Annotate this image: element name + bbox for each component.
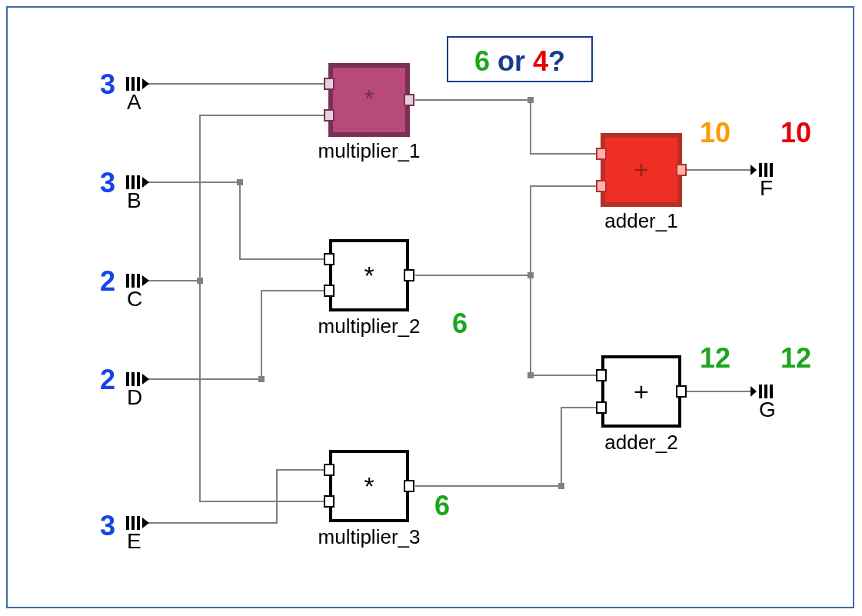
- junction-m1out: [528, 97, 534, 103]
- wire-mult1-add1: [415, 100, 600, 154]
- terminal-F: [751, 163, 771, 177]
- question-opt1: 6: [474, 45, 490, 77]
- terminal-E: [128, 516, 149, 530]
- label-multiplier-1: multiplier_1: [318, 139, 421, 162]
- output-G-expected: 12: [780, 342, 811, 374]
- wire-m2-add1: [531, 186, 600, 275]
- diagram-frame: * multiplier_1 * multiplier_2 * multipli…: [6, 6, 854, 608]
- question-opt2: 4: [533, 45, 548, 77]
- terminal-C: [128, 274, 149, 288]
- output-F-actual: 10: [700, 117, 731, 148]
- svg-rect-33: [324, 254, 334, 265]
- output-F-expected: 10: [780, 117, 811, 148]
- input-C-value: 2: [100, 265, 115, 297]
- junction-m2down: [528, 372, 534, 378]
- block-multiplier-3: *: [324, 451, 414, 521]
- terminal-B: [128, 175, 149, 189]
- svg-rect-43: [677, 165, 686, 175]
- block-multiplier-1: *: [324, 65, 414, 135]
- op-add1: +: [634, 155, 649, 184]
- wire-m2-add2: [531, 275, 600, 375]
- svg-marker-3: [142, 78, 149, 89]
- question-box: 6 or 4?: [448, 37, 592, 82]
- svg-rect-42: [597, 181, 606, 191]
- label-multiplier-3: multiplier_3: [318, 525, 421, 548]
- svg-marker-11: [142, 275, 149, 286]
- op-mult3: *: [364, 471, 374, 501]
- terminal-G: [751, 385, 771, 398]
- value-mult3: 6: [434, 490, 450, 521]
- input-A-value: 3: [100, 68, 115, 100]
- svg-text:6 or 4?: 6 or 4?: [474, 45, 565, 77]
- circuit-diagram: * multiplier_1 * multiplier_2 * multipli…: [8, 8, 856, 610]
- block-adder-1: +: [597, 135, 686, 205]
- svg-rect-37: [324, 464, 334, 475]
- label-adder-2: adder_2: [604, 431, 677, 454]
- svg-marker-20: [751, 165, 757, 175]
- wire-C-mult3: [200, 281, 328, 501]
- input-D-value: 2: [100, 364, 115, 395]
- op-mult2: *: [364, 261, 374, 290]
- svg-rect-46: [597, 402, 606, 413]
- terminal-A: [128, 77, 149, 91]
- op-mult1: *: [364, 84, 374, 113]
- svg-marker-24: [751, 386, 757, 397]
- input-B-value: 3: [100, 167, 115, 198]
- question-mark: ?: [548, 45, 565, 77]
- label-adder-1: adder_1: [604, 209, 677, 232]
- svg-rect-47: [677, 386, 686, 397]
- wire-C-mult1: [200, 115, 328, 281]
- svg-marker-7: [142, 177, 149, 188]
- svg-marker-19: [142, 518, 149, 528]
- output-F-name: F: [760, 176, 773, 200]
- svg-rect-31: [404, 95, 414, 105]
- wire-E-mult3: [146, 470, 328, 523]
- svg-rect-34: [324, 285, 334, 296]
- svg-rect-30: [324, 110, 334, 121]
- svg-rect-35: [404, 270, 414, 281]
- block-multiplier-2: *: [324, 241, 414, 310]
- input-B-name: B: [127, 188, 141, 212]
- svg-rect-38: [324, 496, 334, 507]
- svg-marker-15: [142, 374, 149, 385]
- svg-rect-45: [597, 370, 606, 381]
- wire-B-mult2: [240, 182, 328, 259]
- output-G-name: G: [759, 398, 776, 421]
- block-adder-2: +: [597, 357, 686, 426]
- input-C-name: C: [127, 287, 142, 311]
- op-add2: +: [634, 377, 649, 406]
- svg-rect-41: [597, 148, 606, 159]
- terminal-D: [128, 372, 149, 386]
- input-E-value: 3: [100, 510, 115, 541]
- wire-m3-add2: [415, 408, 600, 486]
- input-D-name: D: [127, 385, 142, 409]
- input-A-name: A: [127, 90, 141, 114]
- question-conj: or: [490, 45, 533, 77]
- input-E-name: E: [127, 529, 141, 553]
- svg-rect-39: [404, 481, 414, 491]
- output-G-actual: 12: [700, 342, 731, 374]
- value-mult2: 6: [452, 308, 468, 339]
- junction-m3out: [558, 483, 564, 489]
- label-multiplier-2: multiplier_2: [318, 315, 421, 338]
- svg-rect-29: [324, 78, 334, 89]
